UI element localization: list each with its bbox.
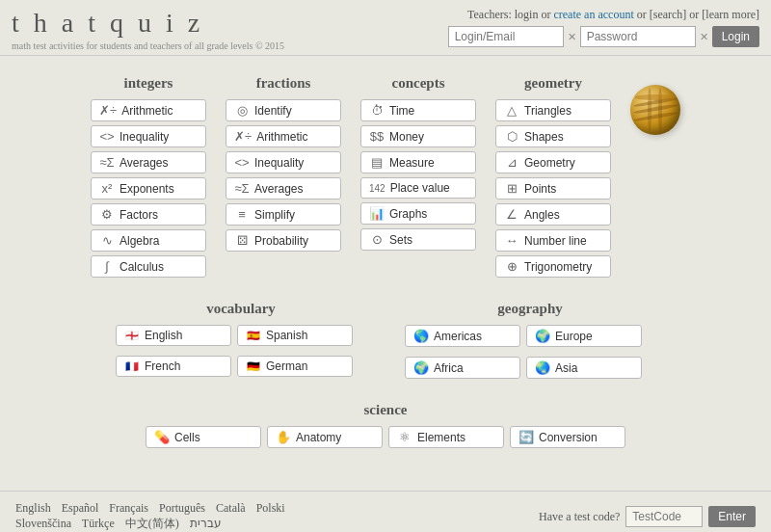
site-subtitle: math test activities for students and te…: [12, 40, 284, 51]
fractions-simplify[interactable]: ≡Simplify: [226, 203, 341, 226]
lang-hebrew[interactable]: עברית: [190, 517, 222, 530]
integers-factors[interactable]: ⚙Factors: [91, 203, 206, 226]
integers-averages[interactable]: ≈ΣAverages: [91, 151, 206, 173]
identify-icon: ◎: [234, 103, 250, 118]
geo-europe[interactable]: 🌍Europe: [526, 325, 642, 347]
science-anatomy[interactable]: ✋Anatomy: [267, 426, 383, 448]
triangles-icon: △: [504, 103, 519, 118]
vocab-geo-row: vocabulary 🏴󠁧󠁢󠁥󠁮󠁧󠁿English 🇪🇸Spanish 🇫🇷Fr…: [29, 301, 742, 383]
footer: English Español Français Português Catal…: [0, 491, 771, 532]
fractions-identify[interactable]: ◎Identify: [226, 99, 341, 121]
africa-icon: 🌍: [413, 360, 429, 375]
lang-espanol[interactable]: Español: [62, 501, 99, 515]
algebra-icon: ∿: [99, 233, 115, 248]
integers-inequality[interactable]: <>Inequality: [91, 125, 206, 147]
create-account-link[interactable]: create an account: [553, 8, 633, 21]
geo-africa[interactable]: 🌍Africa: [405, 357, 520, 379]
graphs-icon: 📊: [369, 206, 385, 221]
concepts-title: concepts: [360, 75, 476, 92]
conversion-icon: 🔄: [518, 430, 534, 444]
login-inputs: ✕ ✕ Login: [448, 26, 759, 47]
fractions-arithmetic[interactable]: ✗÷Arithmetic: [226, 125, 341, 147]
cells-icon: 💊: [154, 430, 170, 444]
login-clear-icon[interactable]: ✕: [568, 31, 576, 43]
password-clear-icon[interactable]: ✕: [700, 31, 708, 43]
vocab-german[interactable]: 🇩🇪German: [237, 356, 353, 377]
english-flag-icon: 🏴󠁧󠁢󠁥󠁮󠁧󠁿: [124, 330, 140, 342]
fractions-avg-icon: ≈Σ: [234, 181, 250, 196]
integers-algebra[interactable]: ∿Algebra: [91, 229, 206, 252]
lang-turkce[interactable]: Türkçe: [82, 517, 115, 530]
test-code-input[interactable]: [625, 506, 703, 527]
fractions-ineq-icon: <>: [234, 155, 250, 170]
fractions-averages[interactable]: ≈ΣAverages: [226, 177, 341, 200]
science-elements[interactable]: ⚛Elements: [388, 426, 504, 448]
geometry-triangles[interactable]: △Triangles: [495, 99, 611, 121]
geometry-trigonometry[interactable]: ⊕Trigonometry: [495, 255, 611, 278]
fractions-probability[interactable]: ⚄Probability: [226, 229, 341, 252]
geometry-shapes[interactable]: ⬡Shapes: [495, 125, 611, 147]
lang-francais[interactable]: Français: [109, 501, 148, 515]
password-input[interactable]: [580, 26, 696, 47]
category-vocabulary: vocabulary 🏴󠁧󠁢󠁥󠁮󠁧󠁿English 🇪🇸Spanish 🇫🇷Fr…: [116, 301, 366, 383]
lang-slovenscina[interactable]: Slovenščina: [15, 517, 71, 530]
category-geometry: geometry △Triangles ⬡Shapes ⊿Geometry ⊞P…: [495, 75, 611, 281]
integers-calculus[interactable]: ∫Calculus: [91, 255, 206, 278]
fractions-inequality[interactable]: <>Inequality: [226, 151, 341, 173]
geo-americas[interactable]: 🌎Americas: [405, 325, 520, 347]
placevalue-icon: 142: [369, 183, 386, 194]
science-row: science 💊Cells ✋Anatomy ⚛Elements 🔄Conve…: [29, 402, 742, 452]
factors-icon: ⚙: [99, 207, 115, 222]
main-content: integers ✗÷Arithmetic <>Inequality ≈ΣAve…: [0, 56, 771, 491]
geo-asia[interactable]: 🌏Asia: [526, 357, 642, 379]
concepts-money[interactable]: $$Money: [360, 125, 476, 147]
inequality-icon: <>: [99, 129, 115, 144]
vocab-english[interactable]: 🏴󠁧󠁢󠁥󠁮󠁧󠁿English: [116, 325, 231, 346]
simplify-icon: ≡: [234, 207, 250, 222]
science-title: science: [146, 402, 625, 418]
concepts-sets[interactable]: ⊙Sets: [360, 228, 476, 251]
geometry-title: geometry: [495, 75, 611, 92]
login-email-input[interactable]: [448, 26, 564, 47]
science-cells[interactable]: 💊Cells: [146, 426, 261, 448]
teacher-text: Teachers: login or: [467, 8, 550, 21]
vocab-title: vocabulary: [116, 301, 366, 317]
enter-button[interactable]: Enter: [708, 506, 756, 527]
concepts-time[interactable]: ⏱Time: [360, 99, 476, 121]
asia-icon: 🌏: [535, 360, 550, 375]
geometry-points[interactable]: ⊞Points: [495, 177, 611, 200]
geo-icon: ⊿: [504, 155, 519, 170]
averages-icon: ≈Σ: [99, 155, 115, 170]
login-button[interactable]: Login: [712, 26, 759, 47]
lang-polski[interactable]: Polski: [256, 501, 285, 515]
time-icon: ⏱: [369, 103, 385, 118]
geometry-numberline[interactable]: ↔Number line: [495, 229, 611, 252]
french-flag-icon: 🇫🇷: [124, 360, 140, 373]
category-fractions: fractions ◎Identify ✗÷Arithmetic <>Inequ…: [226, 75, 341, 255]
geometry-geometry[interactable]: ⊿Geometry: [495, 151, 611, 173]
science-conversion[interactable]: 🔄Conversion: [510, 426, 625, 448]
integers-arithmetic[interactable]: ✗÷Arithmetic: [91, 99, 206, 121]
lang-english[interactable]: English: [15, 501, 51, 515]
integers-title: integers: [91, 75, 206, 92]
vocab-spanish[interactable]: 🇪🇸Spanish: [237, 325, 353, 346]
category-science: science 💊Cells ✋Anatomy ⚛Elements 🔄Conve…: [146, 402, 625, 452]
lang-chinese[interactable]: 中文(简体): [125, 517, 179, 530]
fractions-arith-icon: ✗÷: [234, 129, 252, 144]
geometry-angles[interactable]: ∠Angles: [495, 203, 611, 226]
logo-section: t h a t q u i z math test activities for…: [12, 8, 284, 51]
concepts-measure[interactable]: ▤Measure: [360, 151, 476, 173]
concepts-graphs[interactable]: 📊Graphs: [360, 202, 476, 225]
angles-icon: ∠: [504, 207, 519, 222]
test-code-label: Have a test code?: [539, 510, 620, 524]
footer-languages: English Español Français Português Catal…: [15, 501, 293, 532]
probability-icon: ⚄: [234, 233, 250, 248]
lang-catala[interactable]: Català: [216, 501, 246, 515]
integers-exponents[interactable]: x²Exponents: [91, 177, 206, 200]
footer-test-code: Have a test code? Enter: [539, 506, 756, 527]
vocab-french[interactable]: 🇫🇷French: [116, 356, 231, 377]
concepts-place-value[interactable]: 142Place value: [360, 177, 476, 199]
lang-portugues[interactable]: Português: [159, 501, 205, 515]
shapes-icon: ⬡: [504, 129, 519, 144]
header-right: Teachers: login or create an account or …: [448, 8, 759, 47]
